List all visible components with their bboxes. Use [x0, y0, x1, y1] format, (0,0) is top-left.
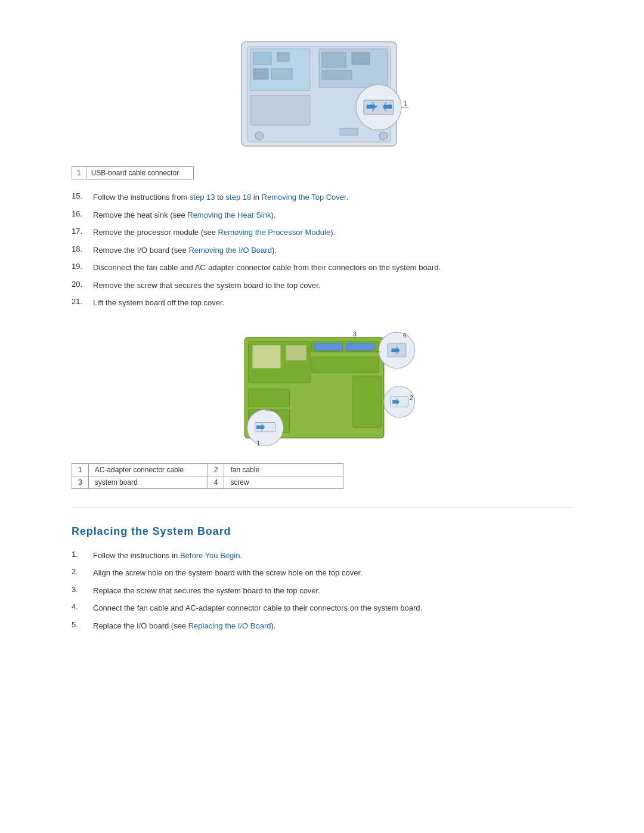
replace-step-5-num: 5. — [72, 620, 89, 629]
svg-rect-18 — [340, 128, 358, 135]
page-content: 1 1 USB-board cable connector 15. Follow… — [72, 36, 572, 631]
replace-step-3: 3. Replace the screw that secures the sy… — [72, 585, 572, 597]
replace-step-1-num: 1. — [72, 550, 89, 559]
before-you-begin-link[interactable]: Before You Begin — [180, 551, 240, 560]
removing-io-board-link[interactable]: Removing the I/O Board — [188, 246, 271, 255]
step-18-num: 18. — [72, 244, 89, 253]
step13-link[interactable]: step 13 — [190, 193, 215, 202]
replace-step-4-text: Connect the fan cable and AC-adapter con… — [93, 602, 422, 614]
removing-heat-sink-link[interactable]: Removing the Heat Sink — [187, 210, 271, 219]
caption-label-1: USB-board cable connector — [86, 167, 193, 179]
svg-rect-27 — [346, 343, 375, 350]
replace-step-3-num: 3. — [72, 585, 89, 594]
data-label-2: fan cable — [224, 463, 343, 476]
svg-rect-5 — [253, 69, 268, 79]
step-17-text: Remove the processor module (see Removin… — [93, 227, 335, 239]
step-21-num: 21. — [72, 297, 89, 306]
replace-step-1-text: Follow the instructions in Before You Be… — [93, 550, 242, 562]
replace-step-5-text: Replace the I/O board (see Replacing the… — [93, 620, 275, 632]
top-diagram-container: 1 — [72, 36, 572, 157]
replace-step-2-num: 2. — [72, 567, 89, 576]
step-18: 18. Remove the I/O board (see Removing t… — [72, 244, 572, 256]
svg-rect-28 — [248, 389, 289, 407]
data-num-3: 3 — [72, 476, 89, 488]
step18-link[interactable]: step 18 — [226, 193, 252, 202]
svg-rect-33 — [312, 357, 379, 372]
removing-top-cover-link[interactable]: Removing the Top Cover — [262, 193, 346, 202]
svg-rect-10 — [352, 52, 370, 64]
svg-rect-4 — [277, 52, 289, 61]
motherboard-diagram: 1 4 2 3 — [227, 321, 417, 452]
step-17: 17. Remove the processor module (see Rem… — [72, 227, 572, 239]
replacing-io-board-link[interactable]: Replacing the I/O Board — [188, 621, 271, 630]
step-19-text: Disconnect the fan cable and AC-adapter … — [93, 262, 441, 274]
replace-step-3-text: Replace the screw that secures the syste… — [93, 585, 320, 597]
data-label-3: system board — [88, 476, 208, 488]
svg-rect-7 — [250, 95, 310, 125]
caption-num-1: 1 — [72, 167, 86, 179]
data-label-1: AC-adapter connector cable — [88, 463, 208, 476]
svg-rect-24 — [286, 345, 306, 360]
svg-text:4: 4 — [403, 332, 407, 338]
step-15: 15. Follow the instructions from step 13… — [72, 191, 572, 203]
replace-step-4: 4. Connect the fan cable and AC-adapter … — [72, 602, 572, 614]
svg-rect-6 — [271, 69, 292, 79]
top-caption-table: 1 USB-board cable connector — [72, 166, 194, 179]
svg-text:2: 2 — [410, 395, 413, 401]
replacing-heading: Replacing the System Board — [72, 525, 572, 538]
step-20-num: 20. — [72, 280, 89, 289]
svg-rect-9 — [322, 52, 346, 67]
svg-text:1: 1 — [256, 440, 260, 447]
section-divider — [72, 507, 572, 507]
replace-step-2-text: Align the screw hole on the system board… — [93, 567, 363, 579]
svg-rect-26 — [314, 343, 343, 350]
data-label-4: screw — [224, 476, 343, 488]
bottom-data-table: 1 AC-adapter connector cable 2 fan cable… — [72, 463, 343, 489]
step-16-text: Remove the heat sink (see Removing the H… — [93, 209, 275, 221]
data-num-4: 4 — [208, 476, 224, 488]
step-20-text: Remove the screw that secures the system… — [93, 280, 321, 292]
svg-rect-3 — [253, 52, 271, 64]
steps-list-top: 15. Follow the instructions from step 13… — [72, 191, 572, 309]
motherboard-diagram-container: 1 4 2 3 — [72, 321, 572, 454]
svg-rect-37 — [353, 376, 382, 427]
svg-point-20 — [379, 132, 388, 140]
svg-rect-11 — [322, 70, 352, 79]
step-21: 21. Lift the system board off the top co… — [72, 297, 572, 309]
replace-step-4-num: 4. — [72, 602, 89, 611]
svg-text:1: 1 — [404, 100, 407, 107]
replace-step-5: 5. Replace the I/O board (see Replacing … — [72, 620, 572, 632]
data-num-2: 2 — [208, 463, 224, 476]
step-15-text: Follow the instructions from step 13 to … — [93, 191, 348, 203]
step-15-num: 15. — [72, 191, 89, 200]
step-19-num: 19. — [72, 262, 89, 271]
step-16: 16. Remove the heat sink (see Removing t… — [72, 209, 572, 221]
replacing-steps-list: 1. Follow the instructions in Before You… — [72, 550, 572, 632]
laptop-bottom-diagram: 1 — [236, 36, 408, 155]
step-18-text: Remove the I/O board (see Removing the I… — [93, 244, 277, 256]
data-num-1: 1 — [72, 463, 89, 476]
replace-step-1: 1. Follow the instructions in Before You… — [72, 550, 572, 562]
replace-step-2: 2. Align the screw hole on the system bo… — [72, 567, 572, 579]
svg-rect-23 — [252, 345, 281, 368]
step-16-num: 16. — [72, 209, 89, 218]
step-21-text: Lift the system board off the top cover. — [93, 297, 224, 309]
step-19: 19. Disconnect the fan cable and AC-adap… — [72, 262, 572, 274]
svg-text:3: 3 — [353, 331, 357, 337]
step-20: 20. Remove the screw that secures the sy… — [72, 280, 572, 292]
step-17-num: 17. — [72, 227, 89, 236]
removing-processor-module-link[interactable]: Removing the Processor Module — [218, 228, 331, 237]
svg-point-19 — [255, 132, 264, 140]
